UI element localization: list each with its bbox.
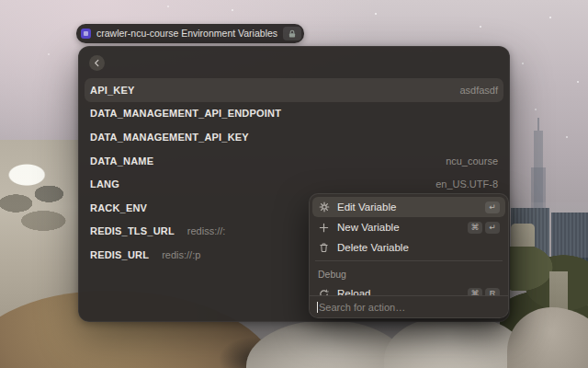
env-row-data-name[interactable]: DATA_NAME ncu_course	[85, 149, 503, 173]
env-var-name: REDIS_TLS_URL	[90, 225, 175, 236]
env-var-value: ncu_course	[446, 155, 498, 167]
menu-item-label: Edit Variable	[337, 201, 396, 213]
back-button[interactable]	[89, 55, 105, 71]
menu-item-label: New Variable	[337, 222, 400, 233]
action-search-bar	[310, 295, 508, 317]
plus-icon	[318, 222, 330, 234]
action-menu: Edit Variable ↵ New Variable ⌘ ↵	[309, 193, 509, 318]
command-pill[interactable]: crawler-ncu-course Environment Variables	[76, 24, 304, 43]
action-menu-list: Edit Variable ↵ New Variable ⌘ ↵	[310, 194, 508, 296]
env-var-value: en_US.UTF-8	[435, 178, 498, 190]
env-var-name: LANG	[90, 178, 119, 190]
sky-specks	[0, 0, 2, 2]
menu-section-debug: Debug	[312, 264, 505, 283]
chevron-left-icon	[94, 59, 100, 67]
menu-divider	[315, 260, 503, 261]
env-var-name: REDIS_URL	[90, 249, 149, 260]
env-var-name: API_KEY	[90, 85, 134, 96]
menu-item-reload[interactable]: Reload ⌘ R	[312, 283, 505, 296]
menu-item-delete-variable[interactable]: Delete Variable	[312, 237, 505, 258]
env-row-data-management-api-endpoint[interactable]: DATA_MANAGEMENT_API_ENDPOINT	[85, 102, 503, 126]
gear-icon	[318, 201, 330, 213]
lock-icon	[283, 27, 301, 40]
env-row-data-management-api-key[interactable]: DATA_MANAGEMENT_API_KEY	[85, 125, 503, 149]
trash-icon	[318, 242, 330, 254]
action-search-input[interactable]	[319, 302, 501, 313]
env-var-name: DATA_NAME	[90, 155, 153, 167]
desktop: { "colors": { "extension_icon_purple": "…	[0, 0, 588, 368]
env-row-api-key[interactable]: API_KEY asdfasdf	[85, 78, 503, 102]
menu-item-new-variable[interactable]: New Variable ⌘ ↵	[312, 217, 505, 237]
extension-icon	[81, 29, 91, 39]
key-badge-return: ↵	[485, 201, 500, 213]
text-caret	[317, 302, 318, 313]
key-badge-cmd: ⌘	[468, 222, 482, 234]
menu-item-edit-variable[interactable]: Edit Variable ↵	[312, 197, 505, 217]
env-var-name: DATA_MANAGEMENT_API_ENDPOINT	[90, 108, 281, 119]
env-var-name: DATA_MANAGEMENT_API_KEY	[90, 132, 249, 143]
key-badge-return: ↵	[485, 222, 500, 234]
env-var-name: RACK_ENV	[90, 202, 147, 213]
env-var-subtitle: redis://:p	[162, 249, 200, 260]
command-pill-title: crawler-ncu-course Environment Variables	[96, 24, 277, 43]
concrete-wall	[0, 140, 79, 316]
menu-item-label: Delete Variable	[337, 242, 409, 253]
env-var-subtitle: rediss://:	[187, 225, 226, 236]
env-var-value: asdfasdf	[459, 85, 498, 96]
